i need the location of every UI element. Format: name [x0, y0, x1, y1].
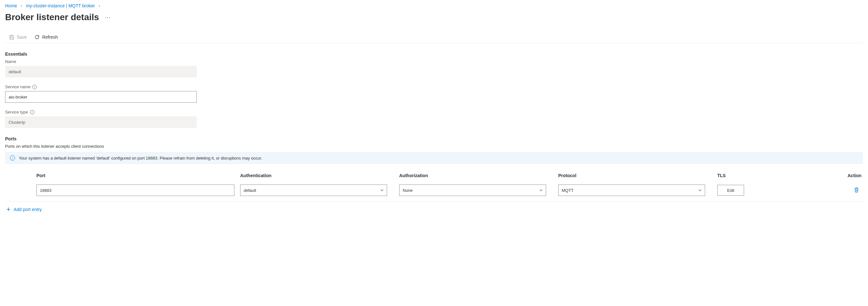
more-actions-button[interactable]: ⋯ [105, 14, 111, 21]
name-label: Name [5, 59, 863, 64]
info-banner: i Your system has a default listener nam… [5, 152, 863, 164]
save-icon [9, 34, 14, 40]
breadcrumb: Home › my-cluster-instance | MQTT broker… [5, 0, 863, 10]
page-title: Broker listener details [5, 12, 99, 22]
svg-rect-1 [10, 35, 12, 36]
trash-icon [854, 187, 859, 193]
breadcrumb-cluster[interactable]: my-cluster-instance | MQTT broker [26, 3, 95, 8]
chevron-right-icon: › [99, 3, 100, 8]
table-row: Edit [5, 183, 863, 201]
col-port: Port [36, 173, 238, 178]
add-port-label: Add port entry [14, 207, 42, 212]
essentials-section: Essentials Name Service name i Service t… [5, 43, 863, 128]
toolbar: Save Refresh [5, 26, 863, 43]
refresh-button[interactable]: Refresh [34, 34, 58, 40]
refresh-label: Refresh [42, 34, 58, 40]
service-type-field: Service type i [5, 110, 863, 128]
svg-rect-2 [10, 37, 13, 39]
col-tls: TLS [717, 173, 845, 178]
name-field: Name [5, 59, 863, 77]
ports-description: Ports on which this listener accepts cli… [5, 144, 863, 152]
col-authz: Authorization [399, 173, 556, 178]
page-title-row: Broker listener details ⋯ [5, 10, 863, 26]
authentication-select[interactable] [240, 185, 387, 196]
refresh-icon [34, 34, 40, 40]
service-type-label: Service type [5, 110, 28, 114]
plus-icon: + [6, 206, 10, 213]
info-icon: i [10, 156, 15, 161]
port-input[interactable] [36, 185, 235, 196]
save-button[interactable]: Save [9, 34, 27, 40]
col-action: Action [847, 173, 864, 178]
authorization-select[interactable] [399, 185, 546, 196]
ports-table-header: Port Authentication Authorization Protoc… [5, 170, 863, 183]
service-name-field: Service name i [5, 84, 863, 103]
save-label: Save [17, 34, 27, 40]
col-proto: Protocol [558, 173, 715, 178]
ports-heading: Ports [5, 136, 863, 144]
essentials-heading: Essentials [5, 52, 863, 59]
chevron-right-icon: › [21, 3, 22, 8]
service-name-input[interactable] [5, 91, 197, 103]
info-banner-text: Your system has a default listener named… [19, 156, 262, 161]
tls-edit-button[interactable]: Edit [717, 185, 744, 196]
info-icon[interactable]: i [30, 110, 34, 114]
col-auth: Authentication [240, 173, 397, 178]
service-type-input [5, 116, 197, 128]
protocol-select[interactable] [558, 185, 705, 196]
breadcrumb-home[interactable]: Home [5, 3, 17, 8]
delete-row-button[interactable] [854, 187, 861, 193]
ports-section: Ports Ports on which this listener accep… [5, 128, 863, 213]
service-name-label: Service name [5, 84, 30, 89]
add-port-button[interactable]: + Add port entry [5, 201, 42, 213]
info-icon[interactable]: i [32, 85, 37, 89]
name-input [5, 66, 197, 77]
